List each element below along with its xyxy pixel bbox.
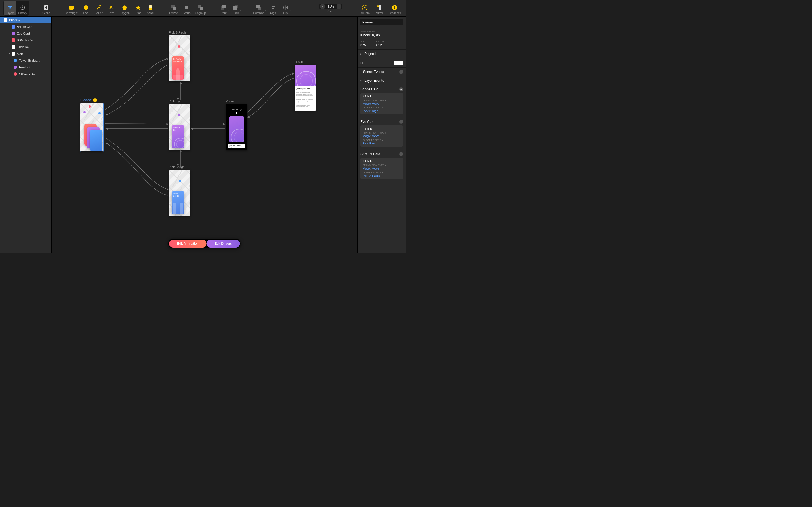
- event-layer-name: StPauls Card: [360, 152, 380, 156]
- scene-preview[interactable]: Preview⚡: [80, 98, 103, 151]
- size-preset-value[interactable]: iPhone X, Xs: [360, 33, 403, 37]
- add-event-button[interactable]: +: [399, 120, 403, 124]
- scene-events-section[interactable]: Scene Events +: [357, 68, 406, 76]
- layer-row[interactable]: StPauls Dot: [0, 71, 51, 77]
- bezier-icon: [96, 4, 102, 11]
- canvas[interactable]: Preview⚡ Pick StPauls St Paul's Cathedra…: [52, 17, 357, 253]
- detail-para: Suspendisse blandit finibus interdum. Pr…: [296, 105, 314, 107]
- chevron-down-icon: ▾: [382, 107, 383, 109]
- detail-para: Morbi sed pretium nisl, at pulvinar magn…: [296, 99, 314, 103]
- height-value[interactable]: 812: [376, 43, 386, 47]
- chevron-down-icon: ▾: [382, 172, 383, 174]
- oval-tool[interactable]: Oval: [80, 1, 92, 15]
- chevron-down-icon: ▾: [360, 79, 363, 82]
- card-title: St Paul's Cathedral: [173, 58, 183, 62]
- fill-color-swatch[interactable]: [394, 61, 403, 65]
- layer-events-section[interactable]: ▾ Layer Events: [357, 76, 406, 85]
- svg-marker-6: [136, 5, 141, 10]
- history-icon: [19, 4, 26, 11]
- size-preset-label: SIZE PRESET▾: [360, 30, 403, 33]
- edit-animation-button[interactable]: Edit Animation: [169, 240, 207, 247]
- target-scene-value[interactable]: Pick StPauls: [363, 174, 401, 177]
- back-button[interactable]: Back ▾: [230, 1, 241, 15]
- layer-swatch-icon: [12, 52, 15, 56]
- event-trigger: Click: [365, 159, 372, 163]
- transition-type-value[interactable]: Magic Move: [363, 102, 401, 105]
- star-tool[interactable]: Star: [133, 1, 144, 15]
- scene-name-field[interactable]: Preview: [360, 19, 403, 25]
- layer-name: Eye Dot: [19, 66, 30, 69]
- scroll-icon: [147, 4, 154, 11]
- layer-row[interactable]: Underlay: [0, 44, 51, 50]
- zoom-in-button[interactable]: +: [337, 4, 341, 9]
- send-back-icon: [233, 4, 239, 11]
- front-button[interactable]: Front ▾: [218, 1, 229, 15]
- layer-row[interactable]: Preview: [0, 17, 51, 23]
- layers-tab[interactable]: Layers: [4, 1, 16, 15]
- sort-handle-icon[interactable]: ▴▾: [363, 127, 364, 130]
- layer-row[interactable]: StPauls Card: [0, 37, 51, 44]
- event-card[interactable]: ▴▾ClickTRANSITION TYPE ▾Magic MoveTARGET…: [360, 158, 403, 179]
- target-scene-value[interactable]: Pick Eye: [363, 142, 401, 145]
- chevron-right-icon: ▸: [360, 52, 363, 55]
- layer-swatch-icon: [12, 32, 15, 36]
- feedback-button[interactable]: ! Feedback: [387, 1, 403, 15]
- zoom-cta-sub: Enjoy a unique perspective: [229, 146, 244, 148]
- scene-pick-bridge[interactable]: Pick Bridge Tower Bridge: [169, 165, 190, 216]
- align-button[interactable]: Align ▾: [267, 1, 278, 15]
- sort-handle-icon[interactable]: ▴▾: [363, 160, 364, 163]
- layer-row[interactable]: Bridge Card: [0, 23, 51, 30]
- projection-section[interactable]: ▸ Projection: [357, 50, 406, 58]
- add-event-button[interactable]: +: [399, 152, 403, 156]
- scroll-tool[interactable]: Scroll: [145, 1, 156, 15]
- dropdown-caret-icon: ▾: [228, 9, 229, 11]
- layer-row[interactable]: Eye Card: [0, 30, 51, 37]
- target-scene-value[interactable]: Pick Bridge: [363, 109, 401, 113]
- layer-name: Tower Bridge…: [19, 59, 40, 62]
- history-tab[interactable]: History: [16, 1, 29, 15]
- layer-row[interactable]: Tower Bridge…: [0, 57, 51, 64]
- svg-rect-10: [173, 7, 176, 10]
- transition-type-label: TRANSITION TYPE: [363, 99, 384, 102]
- width-label: WIDTH: [360, 40, 368, 43]
- combine-button[interactable]: Combine ▾: [252, 1, 266, 15]
- bring-front-icon: [220, 4, 226, 11]
- transition-type-value[interactable]: Magic Move: [363, 134, 401, 138]
- top-toolbar: Layers History Scene Rectangle Oval Bezi…: [0, 0, 406, 17]
- polygon-icon: [121, 4, 128, 11]
- simulator-button[interactable]: Simulator: [357, 1, 372, 15]
- zoom-out-button[interactable]: −: [320, 4, 325, 9]
- ungroup-button[interactable]: Ungroup: [193, 1, 207, 15]
- flip-button[interactable]: Flip ▾: [280, 1, 291, 15]
- scene-detail[interactable]: Detail Visit London Eye Enjoy a unique p…: [295, 60, 316, 111]
- scene-pick-eye[interactable]: Pick Eye London Eye: [169, 100, 190, 150]
- zoom-value[interactable]: 21%: [326, 5, 336, 8]
- group-icon: [184, 4, 190, 11]
- layer-row[interactable]: Eye Dot: [0, 64, 51, 71]
- svg-rect-20: [258, 7, 261, 10]
- width-value[interactable]: 375: [360, 43, 368, 47]
- mirror-button[interactable]: Mirror: [374, 1, 385, 15]
- sort-handle-icon[interactable]: ▴▾: [363, 95, 364, 98]
- rectangle-tool[interactable]: Rectangle: [63, 1, 79, 15]
- text-tool[interactable]: A Text: [105, 1, 117, 15]
- embed-button[interactable]: Embed ▾: [167, 1, 180, 15]
- polygon-tool[interactable]: Polygon: [118, 1, 132, 15]
- scene-zoom[interactable]: Zoom London Eye Visit London Eye Enjoy a…: [226, 100, 247, 150]
- bezier-tool[interactable]: Bezier: [93, 1, 104, 15]
- event-card[interactable]: ▴▾ClickTRANSITION TYPE ▾Magic MoveTARGET…: [360, 125, 403, 147]
- scene-pick-stpauls[interactable]: Pick StPauls St Paul's Cathedral: [169, 31, 190, 81]
- group-button[interactable]: Group: [181, 1, 192, 15]
- disclosure-triangle-icon[interactable]: ▸: [8, 53, 11, 55]
- layer-name: Underlay: [17, 45, 29, 49]
- add-event-button[interactable]: +: [399, 87, 403, 91]
- new-scene-button[interactable]: Scene: [41, 1, 52, 15]
- edit-drivers-button[interactable]: Edit Drivers: [206, 240, 240, 247]
- layer-swatch-icon: [12, 25, 15, 29]
- transition-type-value[interactable]: Magic Move: [363, 167, 401, 170]
- add-scene-event-button[interactable]: +: [399, 70, 403, 74]
- height-label: HEIGHT: [376, 40, 386, 43]
- chevron-down-icon: ▾: [377, 31, 378, 33]
- layer-row[interactable]: ▸Map: [0, 50, 51, 57]
- event-card[interactable]: ▴▾ClickTRANSITION TYPE ▾Magic MoveTARGET…: [360, 93, 403, 114]
